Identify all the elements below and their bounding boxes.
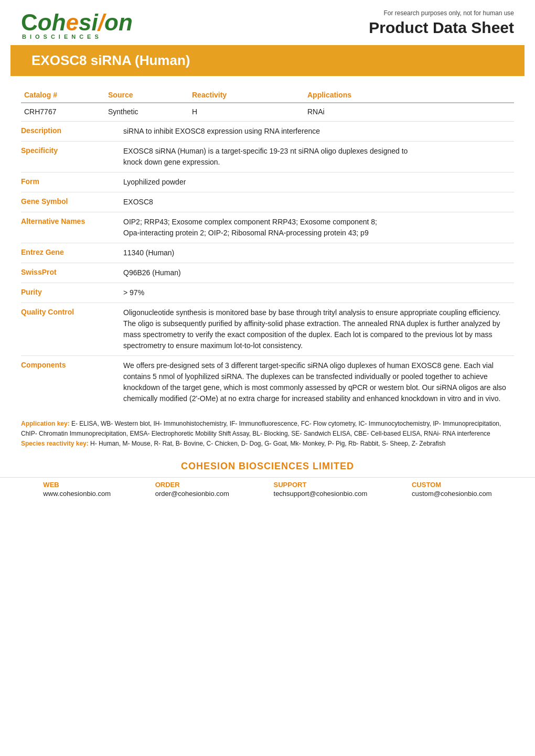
logo: C o h e s i / o n BIOSCIENCES [21,9,133,40]
footer-order-label: ORDER [155,481,180,489]
footer-col-order: ORDER order@cohesionbio.com [155,481,229,498]
footer-note: Application key: E- ELISA, WB- Western b… [0,414,535,455]
footer-support-label: SUPPORT [274,481,307,489]
company-name: COHESION BIOSCIENCES LIMITED [0,455,535,477]
logo-image: C o h e s i / o n [21,9,133,36]
logo-o-letter: o [38,9,52,36]
footer-col-support: SUPPORT techsupport@cohesionbio.com [274,481,368,498]
application-key-label: Application key: [21,420,70,427]
footer-custom-value[interactable]: custom@cohesionbio.com [412,490,492,498]
components-value: We offers pre-designed sets of 3 differe… [123,360,514,404]
applications-header: Applications [304,87,514,103]
description-label: Description [21,126,123,135]
footer-links: WEB www.cohesionbio.com ORDER order@cohe… [0,477,535,503]
alternative-names-label: Alternative Names [21,217,123,225]
footer-web-label: WEB [43,481,59,489]
form-label: Form [21,177,123,186]
swissprot-row: SwissProt Q96B26 (Human) [21,263,514,283]
logo-subtext: BIOSCIENCES [22,34,102,40]
product-title: EXOSC8 siRNA (Human) [31,52,504,69]
logo-n-letter: n [119,9,133,36]
entrez-gene-row: Entrez Gene 11340 (Human) [21,243,514,263]
specificity-label: Specificity [21,146,123,155]
applications-value: RNAi [304,103,514,122]
logo-s-letter: s [79,9,91,36]
product-data-sheet-title: Product Data Sheet [369,19,514,37]
main-content: Catalog # Source Reactivity Applications… [0,76,535,414]
info-table: Catalog # Source Reactivity Applications… [21,87,514,122]
alternative-names-value: OIP2; RRP43; Exosome complex component R… [123,217,514,239]
footer-custom-label: CUSTOM [412,481,441,489]
reactivity-header: Reactivity [189,87,304,103]
footer-col-custom: CUSTOM custom@cohesionbio.com [412,481,492,498]
species-key-line: Species reactivity key: H- Human, M- Mou… [21,439,514,449]
swissprot-value: Q96B26 (Human) [123,267,514,278]
description-row: Description siRNA to inhibit EXOSC8 expr… [21,122,514,142]
page-header: C o h e s i / o n BIOSCIENCES For resear… [0,0,535,45]
gene-symbol-row: Gene Symbol EXOSC8 [21,192,514,212]
footer-col-web: WEB www.cohesionbio.com [43,481,111,498]
purity-label: Purity [21,287,123,296]
reactivity-value: H [189,103,304,122]
species-key-label: Species reactivity key: [21,440,89,447]
catalog-header: Catalog # [21,87,105,103]
entrez-gene-value: 11340 (Human) [123,247,514,258]
source-value: Synthetic [105,103,189,122]
swissprot-label: SwissProt [21,267,123,276]
source-header: Source [105,87,189,103]
quality-control-row: Quality Control Oligonucleotide synthesi… [21,303,514,356]
footer-order-value[interactable]: order@cohesionbio.com [155,490,229,498]
catalog-value: CRH7767 [21,103,105,122]
description-value: siRNA to inhibit EXOSC8 expression using… [123,126,514,137]
gene-symbol-label: Gene Symbol [21,197,123,206]
entrez-gene-label: Entrez Gene [21,247,123,256]
quality-control-value: Oligonucleotide synthesis is monitored b… [123,307,514,351]
title-bar: EXOSC8 siRNA (Human) [10,45,525,76]
logo-o2-letter: o [104,9,119,36]
components-row: Components We offers pre-designed sets o… [21,356,514,408]
purity-row: Purity > 97% [21,283,514,303]
logo-e-letter: e [66,9,79,36]
application-key-line: Application key: E- ELISA, WB- Western b… [21,419,514,439]
species-key-value: H- Human, M- Mouse, R- Rat, B- Bovine, C… [89,440,446,447]
quality-control-label: Quality Control [21,307,123,316]
alternative-names-row: Alternative Names OIP2; RRP43; Exosome c… [21,212,514,243]
components-label: Components [21,360,123,369]
logo-i-letter: i [92,9,98,36]
specificity-row: Specificity EXOSC8 siRNA (Human) is a ta… [21,142,514,172]
gene-symbol-value: EXOSC8 [123,197,514,208]
logo-slash-letter: / [98,9,104,36]
research-note: For research purposes only, not for huma… [369,9,514,17]
logo-c-letter: C [21,9,38,36]
specificity-value: EXOSC8 siRNA (Human) is a target-specifi… [123,146,514,168]
footer-support-value[interactable]: techsupport@cohesionbio.com [274,490,368,498]
application-key-value: E- ELISA, WB- Western blot, IH- Immunohi… [21,420,501,437]
footer-web-value[interactable]: www.cohesionbio.com [43,490,111,498]
logo-h-letter: h [52,9,66,36]
form-value: Lyophilized powder [123,177,514,188]
header-right: For research purposes only, not for huma… [369,9,514,37]
purity-value: > 97% [123,287,514,298]
form-row: Form Lyophilized powder [21,172,514,192]
